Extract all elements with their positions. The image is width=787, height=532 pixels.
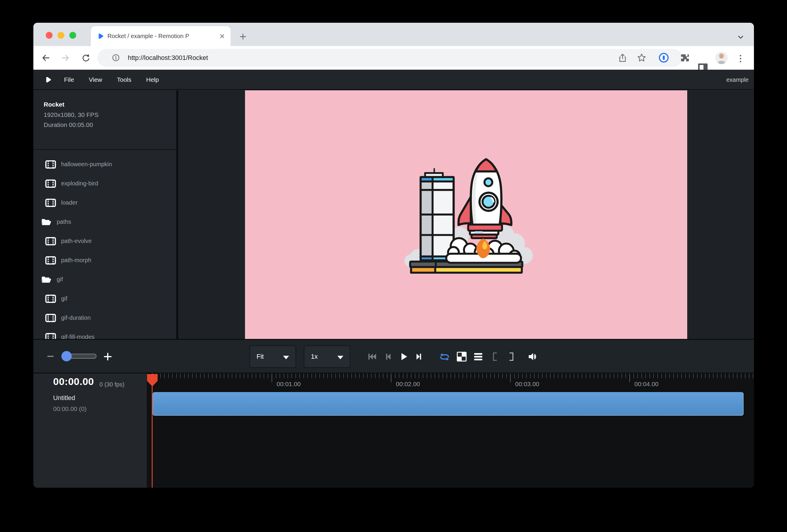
- sidebar-composition-item[interactable]: halloween-pumpkin: [34, 155, 176, 174]
- sidebar-item-label: gif: [57, 276, 63, 283]
- previous-frame-button[interactable]: [383, 351, 394, 362]
- play-button[interactable]: [398, 351, 409, 362]
- browser-tab[interactable]: Rocket / example - Remotion P: [91, 26, 231, 46]
- share-icon[interactable]: [618, 54, 627, 62]
- sidebar-item-label: path-morph: [61, 257, 91, 264]
- sidebar-divider: [34, 149, 176, 150]
- traffic-light-minimize-button[interactable]: [58, 32, 64, 39]
- zoom-out-button[interactable]: [47, 352, 54, 360]
- content-row: Rocket 1920x1080, 30 FPS Duration 00:05.…: [34, 90, 754, 339]
- sidebar-item-label: gif-fill-modes: [61, 334, 94, 339]
- browser-menu-icon[interactable]: [740, 54, 741, 62]
- film-icon: [45, 294, 56, 303]
- sidebar-item-label: loader: [61, 199, 78, 206]
- remotion-menubar: File View Tools Help example: [34, 70, 754, 90]
- tab-search-chevron-down-icon[interactable]: [737, 34, 744, 41]
- timeline-lines-icon: [473, 352, 483, 362]
- sidebar-composition-item[interactable]: path-morph: [34, 251, 176, 270]
- skip-to-start-icon: [367, 351, 378, 362]
- reload-button[interactable]: [81, 54, 89, 62]
- rich-timeline-toggle-button[interactable]: [473, 351, 484, 362]
- sidebar-composition-item[interactable]: gif: [34, 289, 176, 308]
- new-tab-button[interactable]: [238, 32, 247, 41]
- onepassword-extension-icon[interactable]: [659, 53, 668, 63]
- page-info-icon[interactable]: [112, 54, 120, 62]
- traffic-light-zoom-button[interactable]: [69, 32, 76, 39]
- volume-button[interactable]: [527, 351, 538, 362]
- extensions-puzzle-icon[interactable]: [679, 52, 690, 63]
- sidebar-composition-item[interactable]: gif-fill-modes: [34, 327, 176, 339]
- timeline-track-bar[interactable]: [153, 392, 744, 416]
- bookmark-star-icon[interactable]: [637, 53, 646, 62]
- ruler-second-tick: [272, 374, 272, 382]
- playhead-handle[interactable]: [147, 374, 157, 386]
- transparency-toggle-button[interactable]: [456, 351, 467, 362]
- forward-button[interactable]: [61, 54, 70, 62]
- speed-select-value: 1x: [311, 353, 318, 360]
- tab-close-icon[interactable]: [220, 34, 225, 39]
- ruler-second-tick: [630, 374, 630, 382]
- playhead-line: [152, 374, 153, 488]
- remotion-logo-icon[interactable]: [43, 76, 52, 84]
- sidebar-folder-item[interactable]: paths: [34, 212, 176, 231]
- film-icon: [45, 160, 56, 169]
- project-name-label: example: [726, 70, 749, 90]
- timeline-left-pane: 00:00.00 0 (30 fps) Untitled 00:00.00 (0…: [34, 374, 147, 488]
- menu-item-view[interactable]: View: [89, 76, 102, 83]
- sidebar-folder-item[interactable]: gif: [34, 270, 176, 289]
- previous-frame-icon: [383, 351, 394, 362]
- zoom-in-button[interactable]: [104, 353, 112, 360]
- timeline-ruler-minor-ticks[interactable]: [152, 374, 754, 378]
- sidebar-item-label: gif: [61, 295, 67, 302]
- speed-select[interactable]: 1x: [304, 345, 350, 368]
- sidebar-item-label: path-evolve: [61, 238, 91, 244]
- size-select-value: Fit: [257, 353, 263, 360]
- size-select[interactable]: Fit: [250, 345, 296, 368]
- tab-title: Rocket / example - Remotion P: [107, 26, 211, 46]
- folder-open-icon: [41, 275, 52, 284]
- zoom-slider-knob[interactable]: [61, 351, 72, 361]
- checkerboard-icon: [457, 352, 467, 362]
- browser-window: Rocket / example - Remotion P: [34, 23, 754, 488]
- current-time: 00:00.00: [53, 376, 94, 387]
- menu-item-file[interactable]: File: [64, 76, 74, 83]
- composition-canvas[interactable]: [245, 90, 687, 339]
- film-icon: [45, 179, 56, 188]
- folder-open-icon: [41, 218, 52, 227]
- ruler-time-label: 00:01.00: [277, 381, 301, 388]
- sidebar-item-label: halloween-pumpkin: [61, 161, 112, 168]
- ruler-time-label: 00:03.00: [515, 381, 539, 388]
- next-frame-button[interactable]: [413, 351, 424, 362]
- in-point-button[interactable]: [489, 351, 500, 362]
- ruler-second-tick: [510, 374, 511, 382]
- tab-strip: Rocket / example - Remotion P: [34, 23, 754, 46]
- track-duration: 00:00.00 (0): [53, 405, 86, 412]
- menu-item-help[interactable]: Help: [146, 76, 159, 83]
- out-point-button[interactable]: [506, 351, 517, 362]
- address-bar[interactable]: http://localhost:3001/Rocket: [98, 49, 682, 67]
- film-icon: [45, 237, 56, 246]
- back-button[interactable]: [41, 54, 50, 62]
- sidebar-composition-item[interactable]: path-evolve: [34, 231, 176, 251]
- film-icon: [45, 256, 56, 265]
- film-icon: [45, 198, 56, 207]
- volume-icon: [527, 351, 538, 362]
- menu-item-tools[interactable]: Tools: [117, 76, 131, 83]
- sidebar-composition-item[interactable]: loader: [34, 193, 176, 212]
- film-icon: [45, 314, 56, 322]
- composition-duration: Duration 00:05.00: [44, 121, 93, 128]
- composition-format: 1920x1080, 30 FPS: [44, 111, 99, 119]
- skip-to-start-button[interactable]: [367, 351, 378, 362]
- ruler-time-label: 00:04.00: [634, 381, 659, 388]
- profile-avatar[interactable]: [715, 52, 728, 64]
- plus-icon: [104, 353, 112, 360]
- loop-button[interactable]: [439, 351, 450, 362]
- sidebar-composition-item[interactable]: gif-duration: [34, 308, 176, 327]
- sidebar-item-label: gif-duration: [61, 314, 91, 321]
- next-frame-icon: [413, 351, 424, 362]
- chevron-down-icon: [283, 356, 289, 359]
- traffic-light-close-button[interactable]: [46, 32, 52, 39]
- sidebar-item-label: exploding-bird: [61, 180, 98, 187]
- sidebar-composition-item[interactable]: exploding-bird: [34, 174, 176, 193]
- url-text[interactable]: http://localhost:3001/Rocket: [128, 49, 208, 67]
